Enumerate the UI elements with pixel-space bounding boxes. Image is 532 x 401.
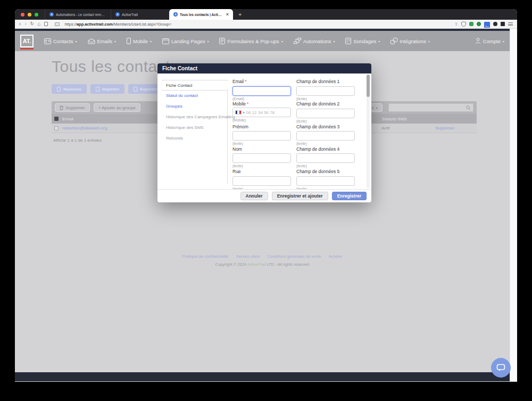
- nav-item-landing-pages[interactable]: Landing Pages ▾: [162, 38, 209, 44]
- france-flag-icon[interactable]: [235, 110, 242, 114]
- new-tab-button[interactable]: +: [238, 11, 242, 18]
- field-label: Champ de données 1: [296, 79, 355, 85]
- sidebar-item-historique-sms[interactable]: Historique des SMS: [162, 122, 228, 133]
- favicon-icon: A: [49, 12, 54, 17]
- shield-icon[interactable]: [461, 21, 466, 27]
- nav-item-formulaires[interactable]: Formulaires & Pop-ups ▾: [219, 38, 282, 44]
- nav-item-compte[interactable]: Compte ▾: [475, 38, 504, 44]
- champ-donnees-5-field[interactable]: [296, 176, 355, 186]
- field-champ-1: Champ de données 1 (texte): [296, 79, 355, 101]
- email-field[interactable]: [232, 86, 291, 96]
- row-supprimer-link[interactable]: Supprimer: [435, 126, 455, 130]
- button-label: Importer: [102, 87, 119, 92]
- nav-item-contacts[interactable]: Contacts ▾: [44, 38, 77, 44]
- field-champ-3: Champ de données 3 (texte): [296, 124, 355, 146]
- extension-dark-circle-icon[interactable]: [493, 22, 497, 26]
- chevron-down-icon: ▾: [503, 39, 504, 43]
- champ-donnees-4-field[interactable]: [296, 153, 355, 163]
- modal-scrollbar-thumb[interactable]: [367, 75, 370, 97]
- chevron-down-icon: ▾: [378, 39, 380, 43]
- home-icon[interactable]: ⌂: [37, 21, 40, 27]
- sidebar-item-historique-campagnes[interactable]: Historique des Campagnes Emailing: [162, 112, 228, 122]
- close-tab-icon[interactable]: ×: [226, 12, 229, 17]
- sidebar-item-rebonds[interactable]: Rebonds: [162, 133, 228, 144]
- sidebar-item-groupes[interactable]: Groupes: [162, 101, 228, 112]
- field-nom: Nom (texte): [232, 146, 291, 169]
- browser-scrollbar[interactable]: [510, 29, 517, 381]
- rue-field[interactable]: [232, 176, 291, 186]
- share-icon[interactable]: ⇧: [454, 22, 458, 27]
- tab-title: ActiveTrail: [122, 13, 138, 17]
- nav-item-automations[interactable]: Automations ▾: [294, 38, 335, 44]
- tab-activetrail[interactable]: A ActiveTrail: [111, 9, 169, 20]
- tab-automations[interactable]: A Automations - Le contact remplit u: [45, 9, 111, 20]
- ajouter-au-groupe-button[interactable]: + Ajouter au groupe: [94, 103, 140, 112]
- chevron-down-icon: ▾: [281, 39, 283, 43]
- footer-link-conditions[interactable]: Conditions générales de vente: [267, 254, 321, 259]
- sidebar-item-statut-du-contact[interactable]: Statut du contact: [162, 91, 228, 101]
- field-hint: (texte): [296, 97, 355, 101]
- field-hint: (Email): [232, 97, 291, 101]
- supprimer-button[interactable]: Supprimer: [55, 103, 90, 112]
- site-badge-icon[interactable]: [55, 22, 60, 26]
- extension-green-circle-icon[interactable]: [477, 22, 481, 26]
- chevron-down-icon: ▾: [243, 111, 245, 114]
- footer-link-service-client[interactable]: Service client: [236, 254, 260, 259]
- activetrail-logo[interactable]: AT.: [20, 35, 34, 47]
- sms-status: Actif: [381, 126, 390, 130]
- annuler-button[interactable]: Annuler: [240, 192, 268, 200]
- chevron-down-icon: ▾: [333, 39, 335, 43]
- nav-item-mobile[interactable]: Mobile ▾: [127, 38, 152, 44]
- field-champ-2: Champ de données 2 (texte): [296, 101, 355, 124]
- modal-sidebar: Fiche Contact Statut du contact Groupes …: [162, 80, 228, 144]
- back-icon[interactable]: ‹: [19, 21, 21, 27]
- nav-label: Mobile: [133, 38, 148, 44]
- field-hint: (texte): [232, 187, 291, 189]
- zoom-window-button[interactable]: [35, 13, 38, 17]
- prenom-field[interactable]: [232, 131, 291, 141]
- column-header-statuts-sms[interactable]: Statuts SMS: [382, 117, 407, 121]
- entries-count: Affiche 1 à 1 de 1 entrées: [53, 138, 102, 143]
- nav-item-sondages[interactable]: Sondages ▾: [345, 38, 380, 44]
- extension-green-square-icon[interactable]: [469, 22, 473, 26]
- forward-icon[interactable]: ›: [24, 21, 26, 27]
- document-icon: [96, 87, 99, 92]
- chat-widget-button[interactable]: [491, 358, 511, 378]
- select-all-checkbox[interactable]: [54, 117, 59, 121]
- enregistrer-button[interactable]: Enregistrer: [332, 192, 367, 200]
- modal-scrollbar[interactable]: [367, 75, 370, 188]
- reload-icon[interactable]: ↻: [30, 22, 34, 26]
- nav-item-emails[interactable]: Emails ▾: [88, 38, 117, 44]
- nouveau-button[interactable]: Nouveau: [52, 84, 87, 94]
- extension-dark-square-icon[interactable]: [501, 22, 505, 26]
- copyright-brand[interactable]: ActiveTrail: [247, 262, 266, 267]
- footer-link-acheter[interactable]: Acheter: [329, 254, 343, 259]
- champ-donnees-3-field[interactable]: [296, 131, 355, 141]
- extension-blue-icon[interactable]: New: [484, 22, 490, 26]
- mobile-field[interactable]: ▾ 06 12 34 56 78: [232, 108, 291, 117]
- nav-label: Formulaires & Pop-ups: [227, 38, 279, 44]
- minimize-window-button[interactable]: [28, 13, 31, 17]
- champ-donnees-1-field[interactable]: [296, 86, 355, 96]
- column-header-email[interactable]: Email: [62, 117, 73, 121]
- footer-link-confidentialite[interactable]: Politique de confidentialité: [182, 254, 228, 259]
- sidebar-item-fiche-contact[interactable]: Fiche Contact: [162, 80, 228, 91]
- search-input[interactable]: [389, 105, 466, 110]
- nav-label: Landing Pages: [171, 38, 205, 44]
- field-rue: Rue (texte): [232, 169, 291, 189]
- close-window-button[interactable]: [21, 13, 24, 17]
- importer-button[interactable]: Importer: [90, 84, 124, 94]
- tab-tous-les-contacts[interactable]: A Tous les contacts | ActiveTrail ×: [169, 9, 233, 20]
- modal-body: Fiche Contact Statut du contact Groupes …: [157, 73, 371, 189]
- field-mobile: Mobile* ▾ 06 12 34 56 78 (Mobile): [232, 101, 291, 124]
- champ-donnees-2-field[interactable]: [296, 109, 355, 118]
- url-bar[interactable]: https://app.activetrail.com/Members/User…: [64, 22, 171, 27]
- enregistrer-et-ajouter-button[interactable]: Enregistrer et ajouter: [272, 192, 328, 200]
- search-icon[interactable]: [466, 105, 471, 110]
- nav-item-integrations[interactable]: Intégrations ▾: [390, 38, 430, 44]
- nom-field[interactable]: [232, 153, 291, 163]
- menu-icon[interactable]: [508, 22, 513, 26]
- sidebar-icon[interactable]: [44, 22, 48, 26]
- contact-email-link[interactable]: redaction@alkaweb.org: [62, 126, 107, 130]
- row-checkbox[interactable]: [54, 126, 59, 130]
